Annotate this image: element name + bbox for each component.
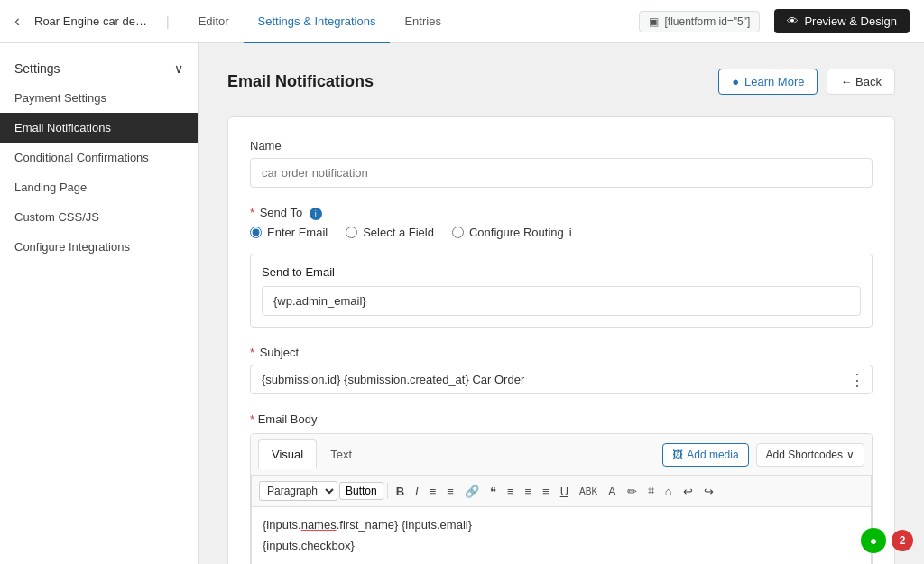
- radio-configure-routing[interactable]: Configure Routing i: [452, 226, 572, 239]
- redo-button[interactable]: ↪: [699, 482, 718, 501]
- sidebar-item-landing-page[interactable]: Landing Page: [0, 172, 198, 202]
- status-green-icon: ●: [861, 528, 886, 553]
- nav-links: Editor Settings & Integrations Entries: [184, 0, 456, 43]
- sidebar-item-configure-integrations[interactable]: Configure Integrations: [0, 232, 198, 262]
- editor-tabs: Visual Text: [258, 439, 365, 469]
- chevron-down-icon: ∨: [846, 448, 855, 461]
- abk-button[interactable]: ABK: [575, 484, 602, 499]
- underline-button[interactable]: U: [556, 482, 573, 501]
- name-input[interactable]: [250, 158, 873, 188]
- media-icon: 🖼: [672, 448, 683, 461]
- nav-back-arrow[interactable]: ‹: [14, 12, 20, 31]
- eye-icon: 👁: [787, 14, 799, 28]
- sidebar-item-payment-settings[interactable]: Payment Settings: [0, 83, 198, 113]
- button-style-button[interactable]: Button: [339, 482, 383, 500]
- preview-design-button[interactable]: 👁 Preview & Design: [774, 9, 910, 33]
- radio-select-field[interactable]: Select a Field: [346, 226, 434, 239]
- sidebar-item-email-notifications[interactable]: Email Notifications: [0, 113, 198, 143]
- subject-more-options-button[interactable]: ⋮: [849, 372, 865, 388]
- align-center-button[interactable]: ≡: [521, 482, 537, 501]
- editor-line-1: {inputs.names.first_name} {inputs.email}: [263, 518, 860, 532]
- bold-button[interactable]: B: [392, 482, 409, 501]
- tab-settings-integrations[interactable]: Settings & Integrations: [244, 0, 391, 43]
- subject-input[interactable]: [250, 365, 873, 394]
- email-body-label: * Email Body: [250, 412, 873, 426]
- radio-enter-email[interactable]: Enter Email: [250, 226, 328, 239]
- send-to-group: * Send To i Enter Email Select a Field: [250, 206, 873, 328]
- name-field-group: Name: [250, 139, 873, 188]
- top-nav: ‹ Roar Engine car deal... | Editor Setti…: [0, 0, 924, 43]
- page-title: Email Notifications: [227, 72, 374, 91]
- underline-word: names: [301, 518, 337, 532]
- form-title: Roar Engine car deal...: [34, 14, 152, 28]
- sidebar: Settings ∨ Payment Settings Email Notifi…: [0, 43, 199, 564]
- tab-editor[interactable]: Editor: [184, 0, 244, 43]
- form-id-badge: ▣ [fluentform id="5"]: [639, 11, 760, 32]
- tab-entries[interactable]: Entries: [390, 0, 455, 43]
- font-color-button[interactable]: A: [604, 482, 621, 501]
- learn-more-button[interactable]: ● Learn More: [718, 69, 818, 95]
- subject-label: * Subject: [250, 346, 873, 359]
- main-content: Email Notifications ● Learn More ← Back …: [199, 43, 924, 564]
- circle-icon: ●: [732, 75, 739, 88]
- form-card: Name * Send To i Enter Email: [227, 116, 895, 564]
- tab-text[interactable]: Text: [317, 439, 365, 469]
- send-to-email-box: Send to Email: [250, 254, 873, 328]
- configure-routing-info-icon[interactable]: i: [569, 226, 572, 239]
- editor-tab-bar: Visual Text 🖼 Add media Add Shortcodes ∨: [251, 434, 872, 476]
- send-to-info-icon[interactable]: i: [310, 208, 322, 220]
- send-to-radio-group: Enter Email Select a Field Configure Rou…: [250, 226, 873, 239]
- paragraph-select[interactable]: Paragraph: [259, 481, 337, 501]
- align-left-button[interactable]: ≡: [503, 482, 519, 501]
- section-header: Email Notifications ● Learn More ← Back: [227, 69, 895, 95]
- indent-button[interactable]: ⌗: [643, 481, 659, 501]
- editor-wrapper: Visual Text 🖼 Add media Add Shortcodes ∨: [250, 433, 873, 564]
- undo-button[interactable]: ↩: [679, 482, 698, 501]
- subject-group: * Subject ⋮: [250, 346, 873, 394]
- chevron-down-icon: ∨: [174, 61, 183, 76]
- header-actions: ● Learn More ← Back: [718, 69, 895, 95]
- notification-badge: 2: [892, 530, 913, 551]
- toolbar-divider-1: [387, 483, 388, 499]
- ordered-list-button[interactable]: ≡: [425, 482, 441, 501]
- add-media-button[interactable]: 🖼 Add media: [662, 443, 748, 467]
- align-right-button[interactable]: ≡: [538, 482, 554, 501]
- back-button[interactable]: ← Back: [827, 69, 895, 95]
- sidebar-section-settings[interactable]: Settings ∨: [0, 54, 198, 83]
- bottom-status: ● 2: [861, 528, 913, 553]
- nav-divider: |: [166, 14, 170, 29]
- email-body-group: * Email Body Visual Text 🖼 Add medi: [250, 412, 873, 564]
- send-to-email-input[interactable]: [262, 286, 861, 316]
- editor-line-2: {inputs.checkbox}: [263, 539, 860, 552]
- tab-visual[interactable]: Visual: [258, 439, 317, 469]
- subject-input-wrapper: ⋮: [250, 365, 873, 394]
- link-button[interactable]: 🔗: [460, 482, 484, 501]
- main-layout: Settings ∨ Payment Settings Email Notifi…: [0, 43, 924, 564]
- blockquote-button[interactable]: ❝: [485, 482, 501, 501]
- name-label: Name: [250, 139, 873, 153]
- editor-actions: 🖼 Add media Add Shortcodes ∨: [662, 443, 864, 467]
- sidebar-item-conditional-confirmations[interactable]: Conditional Confirmations: [0, 143, 198, 172]
- unordered-list-button[interactable]: ≡: [442, 482, 458, 501]
- editor-toolbar: Paragraph Button B I ≡ ≡ 🔗 ❝ ≡ ≡ ≡ U: [251, 476, 872, 507]
- editor-content[interactable]: {inputs.names.first_name} {inputs.email}…: [251, 507, 872, 564]
- send-to-email-label: Send to Email: [262, 265, 861, 279]
- add-shortcodes-button[interactable]: Add Shortcodes ∨: [756, 443, 864, 467]
- edit-button[interactable]: ✏: [623, 482, 642, 501]
- form-id-icon: ▣: [649, 15, 659, 28]
- sidebar-item-custom-css-js[interactable]: Custom CSS/JS: [0, 202, 198, 232]
- send-to-label: * Send To i: [250, 206, 873, 220]
- outdent-button[interactable]: ⌂: [661, 482, 677, 501]
- italic-button[interactable]: I: [411, 482, 423, 501]
